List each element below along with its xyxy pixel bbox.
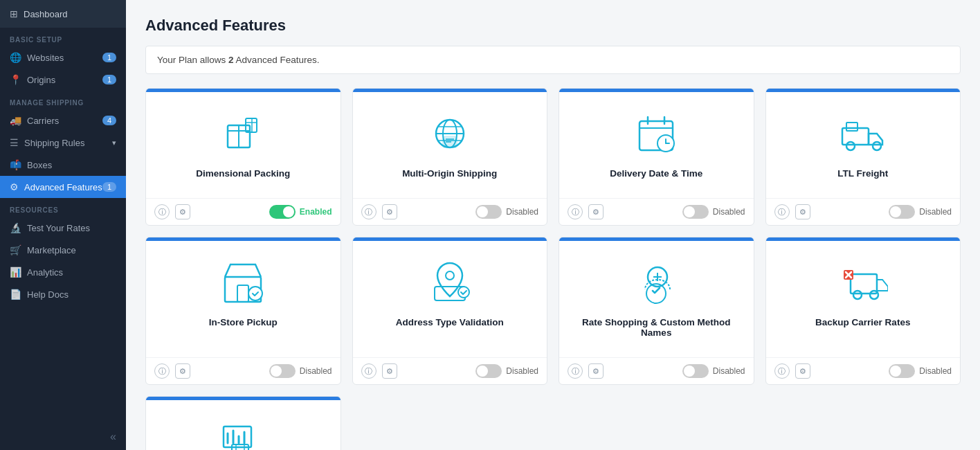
sidebar-test-rates-label: Test Your Rates: [27, 223, 90, 233]
toggle-in-store-pickup[interactable]: [269, 364, 296, 378]
toggle-label-delivery-date-time: Disabled: [713, 207, 745, 217]
toggle-label-dimensional-packing: Enabled: [300, 207, 332, 217]
feature-card-in-store-pickup: In-Store Pickup ⓘ ⚙ Disabled: [145, 237, 341, 385]
websites-badge: 1: [102, 53, 116, 62]
settings-button-address-type-validation[interactable]: ⚙: [382, 363, 397, 379]
info-button-in-store-pickup[interactable]: ⓘ: [154, 363, 170, 379]
sidebar-item-advanced-features[interactable]: ⚙ Advanced Features 1: [0, 176, 126, 198]
analytics-icon: 📊: [10, 267, 21, 278]
sidebar-advanced-features-label: Advanced Features: [24, 182, 102, 192]
card-footer: ⓘ ⚙ Disabled: [353, 198, 547, 225]
card-footer: ⓘ ⚙ Disabled: [766, 357, 961, 384]
footer-icons: ⓘ ⚙: [154, 363, 190, 379]
toggle-backup-carrier-rates[interactable]: [889, 364, 915, 378]
collapse-icon: «: [110, 431, 116, 443]
carriers-badge: 4: [102, 116, 116, 125]
info-button-delivery-date-time[interactable]: ⓘ: [568, 204, 583, 219]
card-body: Shipping Insights: [146, 400, 341, 450]
page-title: Advanced Features: [145, 17, 961, 35]
toggle-address-type-validation[interactable]: [475, 364, 502, 378]
svg-point-33: [870, 291, 878, 299]
sidebar-item-marketplace[interactable]: 🛒 Marketplace: [0, 239, 126, 261]
info-button-backup-carrier-rates[interactable]: ⓘ: [774, 363, 790, 379]
toggle-delivery-date-time[interactable]: [682, 205, 709, 219]
footer-icons: ⓘ ⚙: [154, 204, 190, 219]
svg-point-24: [446, 271, 454, 280]
sidebar-item-carriers[interactable]: 🚚 Carriers 4: [0, 109, 126, 132]
card-body: Multi-Origin Shipping: [353, 92, 547, 198]
card-footer: ⓘ ⚙ Disabled: [766, 198, 961, 225]
sidebar-section-manage-shipping: MANAGE SHIPPING: [0, 91, 126, 109]
feature-name-in-store-pickup: In-Store Pickup: [209, 317, 278, 327]
settings-button-dimensional-packing[interactable]: ⚙: [175, 204, 190, 219]
carriers-icon: 🚚: [10, 115, 21, 126]
sidebar-help-docs-label: Help Docs: [27, 289, 69, 300]
footer-icons: ⓘ ⚙: [774, 204, 810, 219]
toggle-multi-origin-shipping[interactable]: [475, 205, 502, 219]
footer-icons: ⓘ ⚙: [361, 204, 397, 219]
info-button-address-type-validation[interactable]: ⓘ: [361, 363, 376, 379]
toggle-ltl-freight[interactable]: [889, 205, 915, 219]
toggle-dimensional-packing[interactable]: [269, 205, 296, 219]
settings-button-rate-shopping[interactable]: ⚙: [588, 363, 604, 379]
toggle-rate-shopping[interactable]: [682, 364, 709, 378]
info-button-multi-origin-shipping[interactable]: ⓘ: [361, 204, 376, 219]
toggle-wrap-backup-carrier-rates: Disabled: [889, 364, 952, 378]
feature-icon-dimensional-packing: [218, 109, 268, 159]
advanced-features-icon: ⚙: [10, 181, 19, 192]
plan-banner: Your Plan allows 2 Advanced Features.: [145, 46, 961, 74]
feature-card-rate-shopping: Rate Shopping & Custom Method Names ⓘ ⚙ …: [559, 237, 754, 385]
sidebar-item-test-rates[interactable]: 🔬 Test Your Rates: [0, 217, 126, 239]
sidebar-item-boxes[interactable]: 📫 Boxes: [0, 154, 126, 176]
toggle-label-in-store-pickup: Disabled: [300, 366, 332, 376]
sidebar-item-origins[interactable]: 📍 Origins 1: [0, 69, 126, 91]
feature-name-dimensional-packing: Dimensional Packing: [196, 168, 290, 179]
boxes-icon: 📫: [10, 159, 21, 170]
toggle-wrap-in-store-pickup: Disabled: [269, 364, 332, 378]
feature-name-multi-origin-shipping: Multi-Origin Shipping: [402, 168, 497, 179]
sidebar-item-shipping-rules[interactable]: ☰ Shipping Rules ▾: [0, 132, 126, 154]
card-body: LTL Freight: [766, 92, 961, 198]
settings-button-ltl-freight[interactable]: ⚙: [795, 204, 810, 219]
feature-name-delivery-date-time: Delivery Date & Time: [610, 168, 702, 179]
toggle-wrap-dimensional-packing: Enabled: [269, 205, 332, 219]
footer-icons: ⓘ ⚙: [568, 204, 604, 219]
dashboard-icon: ⊞: [10, 8, 18, 19]
svg-point-32: [853, 291, 862, 299]
footer-icons: ⓘ ⚙: [568, 363, 604, 379]
sidebar-item-websites[interactable]: 🌐 Websites 1: [0, 46, 126, 69]
feature-icon-multi-origin-shipping: [425, 109, 475, 159]
toggle-wrap-delivery-date-time: Disabled: [682, 205, 745, 219]
sidebar-collapse-button[interactable]: «: [0, 424, 126, 450]
settings-button-delivery-date-time[interactable]: ⚙: [588, 204, 604, 219]
sidebar-item-analytics[interactable]: 📊 Analytics: [0, 261, 126, 283]
sidebar-carriers-label: Carriers: [27, 116, 59, 126]
svg-point-26: [458, 287, 469, 298]
svg-rect-22: [237, 285, 248, 302]
card-body: Backup Carrier Rates: [766, 241, 961, 357]
settings-button-multi-origin-shipping[interactable]: ⚙: [382, 204, 397, 219]
card-footer: ⓘ ⚙ Disabled: [559, 198, 754, 225]
toggle-wrap-multi-origin-shipping: Disabled: [475, 205, 538, 219]
sidebar-dashboard-label: Dashboard: [24, 9, 68, 19]
settings-button-backup-carrier-rates[interactable]: ⚙: [795, 363, 810, 379]
info-button-rate-shopping[interactable]: ⓘ: [568, 363, 583, 379]
toggle-label-ltl-freight: Disabled: [919, 207, 952, 217]
feature-icon-rate-shopping: [631, 258, 681, 307]
info-button-ltl-freight[interactable]: ⓘ: [774, 204, 790, 219]
sidebar-boxes-label: Boxes: [27, 160, 52, 170]
websites-icon: 🌐: [10, 52, 21, 63]
card-body: Dimensional Packing: [146, 92, 341, 198]
main-content: Advanced Features Your Plan allows 2 Adv…: [126, 0, 980, 450]
settings-button-in-store-pickup[interactable]: ⚙: [175, 363, 190, 379]
card-body: In-Store Pickup: [146, 241, 341, 357]
sidebar-item-dashboard[interactable]: ⊞ Dashboard: [0, 0, 126, 28]
info-button-dimensional-packing[interactable]: ⓘ: [154, 204, 170, 219]
sidebar-origins-label: Origins: [27, 75, 55, 85]
sidebar-item-help-docs[interactable]: 📄 Help Docs: [0, 283, 126, 305]
toggle-wrap-ltl-freight: Disabled: [889, 205, 952, 219]
shipping-rules-icon: ☰: [10, 137, 19, 148]
feature-card-backup-carrier-rates: Backup Carrier Rates ⓘ ⚙ Disabled: [765, 237, 961, 385]
marketplace-icon: 🛒: [10, 244, 21, 255]
feature-grid: Dimensional Packing ⓘ ⚙ Enabled: [145, 88, 961, 450]
